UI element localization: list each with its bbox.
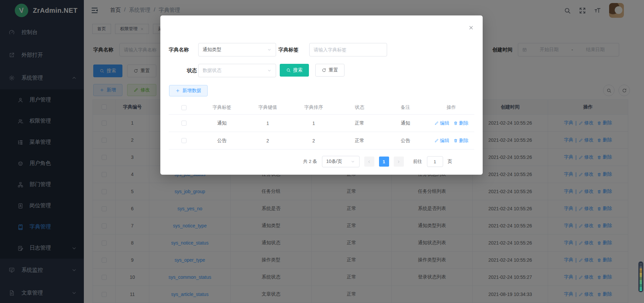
chevron-left-icon	[367, 160, 371, 164]
remark-cell: 通知	[382, 120, 428, 126]
next-page-button[interactable]	[394, 157, 404, 167]
delete-link[interactable]: 删除	[453, 138, 469, 144]
modal-table-header-cell: 操作	[428, 104, 474, 111]
select-all-checkbox[interactable]	[181, 105, 186, 110]
modal-dict-name-value: 通知类型	[203, 47, 221, 53]
trash-icon	[453, 138, 458, 143]
pagination: 共 2 条 10条/页 1 前往 页	[160, 155, 452, 168]
modal-table-header-cell: 备注	[382, 104, 428, 111]
row-checkbox[interactable]	[181, 121, 186, 126]
dict-label-cell: 通知	[199, 120, 245, 126]
dict-value-cell: 1	[245, 121, 291, 126]
edit-link[interactable]: 编辑	[434, 120, 449, 126]
chevron-down-icon	[351, 159, 355, 164]
search-icon	[286, 68, 291, 73]
scrollbar-stripes	[640, 263, 642, 291]
pagination-total: 共 2 条	[303, 159, 317, 165]
goto-label: 前往	[413, 159, 422, 165]
dict-value-cell: 2	[245, 138, 291, 143]
dict-data-table: 字典标签字典键值字典排序状态备注操作通知11正常通知编辑删除公告22正常公告编辑…	[169, 101, 474, 149]
close-icon[interactable]	[468, 25, 474, 31]
current-page-button[interactable]: 1	[379, 157, 389, 167]
pencil-icon	[434, 138, 439, 143]
modal-status-select[interactable]: 数据状态	[198, 64, 276, 77]
chevron-down-icon	[267, 47, 272, 52]
pencil-icon	[434, 121, 439, 125]
modal-dict-label-label: 字典标签	[278, 43, 299, 56]
modal-add-data-button[interactable]: 新增数据	[169, 85, 208, 96]
scrollbar-thumb[interactable]	[638, 261, 643, 292]
ops-cell: 编辑删除	[428, 120, 474, 126]
modal-table-header-cell: 字典键值	[245, 104, 291, 111]
ops-cell: 编辑删除	[428, 138, 474, 144]
modal-table-header-cell: 字典标签	[199, 104, 245, 111]
delete-link[interactable]: 删除	[453, 120, 469, 126]
modal-table-header-cell: 字典排序	[291, 104, 337, 111]
trash-icon	[453, 121, 458, 125]
modal-dict-name-label: 字典名称	[169, 43, 189, 56]
modal-status-placeholder: 数据状态	[203, 68, 221, 74]
dict-sort-cell: 2	[291, 138, 337, 143]
dict-label-cell: 公告	[199, 138, 245, 144]
page-size-value: 10条/页	[326, 159, 342, 165]
chevron-right-icon	[396, 160, 401, 164]
dict-data-dialog: 字典名称 通知类型 字典标签 状态 数据状态 搜索 重置 新增数据 字典标签字典…	[160, 15, 483, 175]
modal-search-button[interactable]: 搜索	[280, 64, 309, 77]
prev-page-button[interactable]	[364, 157, 374, 167]
remark-cell: 公告	[382, 138, 428, 144]
edit-link[interactable]: 编辑	[434, 138, 449, 144]
modal-table-header-cell: 状态	[336, 104, 382, 111]
modal-status-label: 状态	[187, 64, 197, 77]
plus-icon	[175, 88, 180, 93]
modal-dict-name-select[interactable]: 通知类型	[198, 43, 276, 56]
page-size-select[interactable]: 10条/页	[322, 156, 360, 167]
goto-page-input[interactable]	[427, 156, 443, 167]
modal-dict-label-input[interactable]	[314, 47, 383, 52]
modal-table-row: 通知11正常通知编辑删除	[169, 115, 474, 132]
modal-table-row: 公告22正常公告编辑删除	[169, 132, 474, 149]
status-cell: 正常	[336, 138, 382, 144]
refresh-icon	[322, 68, 326, 73]
modal-dict-label-input-box	[309, 43, 387, 56]
status-cell: 正常	[336, 120, 382, 126]
modal-reset-button[interactable]: 重置	[315, 64, 344, 77]
modal-table-header-row: 字典标签字典键值字典排序状态备注操作	[169, 101, 474, 115]
row-checkbox[interactable]	[181, 138, 186, 143]
chevron-down-icon	[267, 68, 272, 73]
dict-sort-cell: 1	[291, 121, 337, 126]
page-unit-label: 页	[448, 159, 452, 165]
